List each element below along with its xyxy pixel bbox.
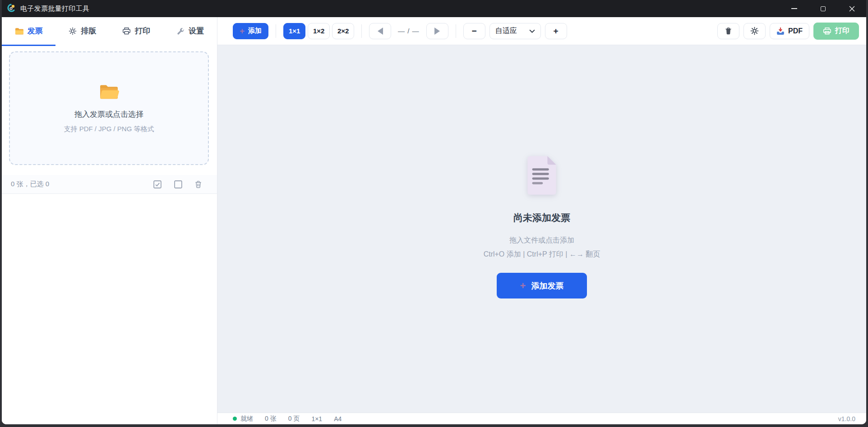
tab-layout[interactable]: 排版 (55, 17, 109, 46)
arrow-right-icon (434, 28, 440, 35)
status-ready-label: 就绪 (240, 415, 253, 423)
maximize-icon (821, 6, 826, 11)
main-panel: + 添加 1×1 1×2 2×2 — / — (217, 17, 866, 424)
printer-icon (122, 27, 131, 35)
invoice-count-row: 0 张，已选 0 (2, 175, 217, 194)
status-dot-icon (233, 417, 237, 421)
tab-settings[interactable]: 设置 (163, 17, 217, 46)
page-indicator: — / — (395, 27, 422, 35)
trash-icon (725, 27, 732, 35)
dropzone-subtitle: 支持 PDF / JPG / PNG 等格式 (64, 125, 154, 133)
tab-print[interactable]: 打印 (110, 17, 163, 46)
add-invoice-button[interactable]: + 添加发票 (497, 273, 587, 298)
sidebar: 发票 排版 (2, 17, 217, 424)
settings-button[interactable] (743, 23, 766, 39)
tab-invoice-label: 发票 (28, 26, 43, 36)
status-grid-layout: 1×1 (311, 415, 322, 422)
add-invoice-button-label: 添加发票 (531, 280, 563, 291)
zoom-out-button[interactable]: − (463, 23, 485, 39)
layout-1x2-button[interactable]: 1×2 (308, 23, 330, 39)
invoice-count-text: 0 张，已选 0 (11, 180, 153, 188)
app-body: 发票 排版 (2, 17, 866, 424)
printer-icon (823, 27, 831, 35)
status-page-count: 0 页 (288, 415, 300, 423)
add-button-label: 添加 (248, 27, 262, 35)
tab-invoice[interactable]: 发票 (2, 17, 55, 46)
document-icon (525, 156, 559, 197)
tab-settings-label: 设置 (189, 26, 204, 36)
zoom-fit-select[interactable]: 自适应 (489, 23, 541, 39)
clear-all-button[interactable] (717, 23, 739, 39)
plus-icon: + (554, 27, 559, 35)
window-surface: 电子发票批量打印工具 (2, 0, 866, 424)
empty-state-hint-1: 拖入文件或点击添加 (484, 233, 600, 247)
gear-icon (750, 27, 759, 35)
status-paper-size: A4 (334, 415, 342, 422)
chevron-down-icon (529, 29, 535, 33)
maximize-button[interactable] (808, 0, 837, 17)
select-all-button[interactable] (153, 180, 162, 188)
toolbar-separator (456, 24, 456, 38)
empty-state: 尚未添加发票 拖入文件或点击添加 Ctrl+O 添加 | Ctrl+P 打印 |… (484, 156, 600, 298)
empty-state-title: 尚未添加发票 (513, 211, 570, 224)
plus-icon: + (240, 27, 245, 35)
close-icon (849, 6, 855, 12)
arrow-left-icon (378, 28, 383, 35)
dropzone-title: 拖入发票或点击选择 (74, 109, 143, 119)
print-button[interactable]: 打印 (813, 23, 859, 40)
app-logo-icon (7, 4, 16, 14)
trash-icon (195, 180, 202, 188)
status-sheet-count: 0 张 (265, 415, 277, 423)
plus-icon: + (520, 281, 526, 291)
checkbox-empty-icon (174, 180, 182, 188)
add-button[interactable]: + 添加 (233, 23, 268, 39)
export-pdf-button[interactable]: PDF (770, 23, 809, 39)
zoom-in-button[interactable]: + (545, 23, 567, 39)
preview-canvas: 尚未添加发票 拖入文件或点击添加 Ctrl+O 添加 | Ctrl+P 打印 |… (217, 45, 866, 413)
close-button[interactable] (837, 0, 866, 17)
minimize-button[interactable] (780, 0, 808, 17)
status-ready: 就绪 (233, 415, 253, 423)
invoice-list (2, 194, 217, 424)
pdf-export-icon (776, 27, 785, 35)
tab-print-label: 打印 (135, 26, 150, 36)
zoom-fit-value: 自适应 (495, 26, 517, 36)
status-bar: 就绪 0 张 0 页 1×1 A4 v1.0.0 (217, 413, 866, 424)
layout-2x2-button[interactable]: 2×2 (332, 23, 354, 39)
wrench-icon (176, 27, 185, 35)
checkbox-checked-icon (153, 180, 162, 188)
window-controls (780, 0, 866, 17)
app-window: 电子发票批量打印工具 (0, 0, 868, 427)
invoice-dropzone[interactable]: 拖入发票或点击选择 支持 PDF / JPG / PNG 等格式 (9, 51, 209, 165)
export-pdf-label: PDF (788, 27, 803, 35)
empty-state-hints: 拖入文件或点击添加 Ctrl+O 添加 | Ctrl+P 打印 | ←→ 翻页 (484, 233, 600, 261)
title-bar-left: 电子发票批量打印工具 (2, 4, 780, 14)
layout-switcher: 1×1 1×2 2×2 (283, 23, 354, 39)
window-title: 电子发票批量打印工具 (20, 5, 89, 13)
deselect-all-button[interactable] (174, 180, 182, 188)
gear-icon (69, 27, 77, 35)
toolbar-separator (361, 24, 362, 38)
toolbar-separator (276, 24, 276, 38)
minimize-icon (791, 8, 797, 9)
open-folder-icon (99, 83, 120, 102)
sidebar-tabs: 发票 排版 (2, 17, 217, 46)
empty-state-hint-2: Ctrl+O 添加 | Ctrl+P 打印 | ←→ 翻页 (484, 247, 600, 261)
tab-layout-label: 排版 (81, 26, 96, 36)
main-toolbar: + 添加 1×1 1×2 2×2 — / — (217, 17, 866, 45)
folder-icon (15, 28, 23, 35)
print-button-label: 打印 (835, 26, 850, 36)
title-bar: 电子发票批量打印工具 (2, 0, 866, 17)
delete-selected-button[interactable] (195, 180, 202, 188)
layout-1x1-button[interactable]: 1×1 (283, 23, 305, 39)
prev-page-button[interactable] (369, 23, 391, 39)
minus-icon: − (472, 27, 477, 35)
list-action-icons (153, 180, 202, 188)
app-version: v1.0.0 (838, 415, 855, 422)
next-page-button[interactable] (426, 23, 448, 39)
